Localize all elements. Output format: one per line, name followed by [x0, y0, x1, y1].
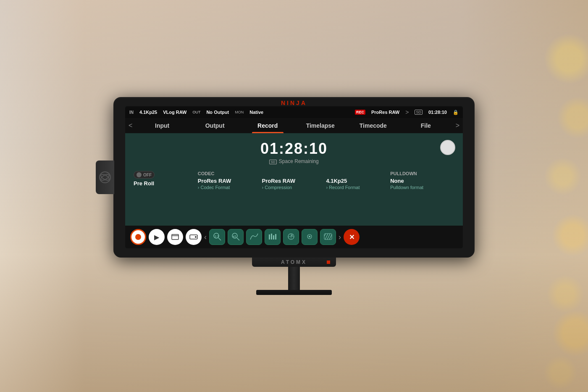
red-indicator: [327, 260, 330, 264]
svg-line-8: [237, 238, 239, 240]
toggle-text: OFF: [143, 173, 152, 177]
vectorscope-button[interactable]: [283, 229, 299, 245]
hdd-button[interactable]: [186, 229, 202, 245]
device-frame: NINJA IN 4.1Kp25 VLog RAW OUT No Output …: [113, 97, 475, 258]
waveform-button[interactable]: [265, 229, 281, 245]
close-icon: ✕: [349, 233, 354, 241]
format-value: VLog RAW: [163, 110, 186, 115]
sd-icon: SD: [269, 160, 276, 164]
settings-grid: OFF Pre Roll CODEC ProRes RAW › Codec Fo…: [134, 171, 454, 190]
compression-header-spacer: [262, 171, 326, 176]
histogram-icon: [249, 233, 259, 241]
record-format-value: 4.1Kp25: [326, 178, 390, 184]
pre-roll-column: OFF Pre Roll: [134, 171, 198, 190]
rec-value: ProRes RAW: [371, 110, 399, 115]
nav-right-arrow[interactable]: >: [452, 122, 463, 129]
pre-roll-toggle[interactable]: OFF: [134, 171, 155, 179]
device-wrapper: NINJA IN 4.1Kp25 VLog RAW OUT No Output …: [113, 97, 475, 295]
codec-header: CODEC: [198, 171, 262, 176]
status-bar: IN 4.1Kp25 VLog RAW OUT No Output MON Na…: [125, 106, 463, 118]
toolbar-right-arrow[interactable]: ›: [339, 233, 341, 242]
in-value: 4.1Kp25: [139, 110, 157, 115]
compression-column: ProRes RAW › Compression: [262, 171, 326, 190]
svg-rect-10: [269, 234, 270, 239]
screen: IN 4.1Kp25 VLog RAW OUT No Output MON Na…: [125, 106, 463, 248]
codec-sublabel[interactable]: › Codec Format: [198, 185, 262, 190]
record-format-header-spacer: [326, 171, 390, 176]
svg-point-17: [291, 234, 293, 236]
zoom-x2-icon: x2: [231, 232, 240, 242]
time-value: 01:28:10: [134, 140, 454, 158]
rec-label: REC: [355, 110, 365, 115]
clip-button[interactable]: [167, 229, 183, 245]
svg-rect-12: [273, 235, 274, 239]
svg-point-3: [195, 236, 197, 238]
record-format-sublabel[interactable]: › Record Format: [326, 185, 390, 190]
pulldown-column: PULLDOWN None Pulldown format: [390, 171, 454, 190]
codec-column: CODEC ProRes RAW › Codec Format: [198, 171, 262, 190]
time-label: SD Space Remaining: [134, 158, 454, 164]
hdd-icon: [189, 234, 198, 240]
status-time: 01:28:10: [428, 110, 447, 115]
svg-text:x2: x2: [233, 235, 236, 238]
svg-text:1:1: 1:1: [215, 235, 219, 238]
pulldown-value: None: [390, 178, 454, 184]
status-arrow: >: [405, 109, 409, 116]
mount-pole: [288, 267, 300, 290]
close-button[interactable]: ✕: [344, 229, 360, 245]
svg-rect-0: [172, 234, 178, 239]
battery-icon: 🔒: [453, 110, 459, 115]
sd-card-icon: SD: [415, 110, 423, 115]
atomx-base: ATOMX: [252, 258, 336, 267]
nav-left-arrow[interactable]: <: [125, 122, 136, 129]
pulldown-sublabel[interactable]: Pulldown format: [390, 185, 454, 190]
focus-peaking-icon: [305, 233, 314, 241]
svg-rect-13: [275, 234, 276, 239]
mount-foot: [256, 290, 332, 295]
focus-peaking-button[interactable]: [302, 229, 318, 245]
svg-line-24: [329, 234, 332, 239]
svg-rect-11: [271, 234, 272, 239]
zoom-1to1-icon: 1:1: [213, 232, 222, 242]
bottom-toolbar: ▶ ‹: [125, 226, 463, 248]
toggle-dot: [136, 172, 142, 177]
atomx-label: ATOMX: [281, 259, 307, 265]
main-content: 01:28:10 SD Space Remaining OFF Pre: [125, 133, 463, 226]
tab-output[interactable]: Output: [189, 118, 242, 133]
codec-value: ProRes RAW: [198, 178, 262, 184]
tab-file[interactable]: File: [399, 118, 452, 133]
mon-value: Native: [249, 110, 263, 115]
left-handle: [96, 160, 114, 194]
pulldown-header: PULLDOWN: [390, 171, 454, 176]
toolbar-left-arrow[interactable]: ‹: [204, 233, 207, 242]
compression-value: ProRes RAW: [262, 178, 326, 184]
brand-label: NINJA: [281, 100, 307, 106]
zoom-x2-button[interactable]: x2: [228, 229, 244, 245]
tab-input[interactable]: Input: [136, 118, 189, 133]
record-indicator: [440, 140, 455, 155]
zoom-1to1-button[interactable]: 1:1: [209, 229, 225, 245]
compression-sublabel[interactable]: › Compression: [262, 185, 326, 190]
svg-line-5: [218, 238, 221, 240]
play-button[interactable]: ▶: [149, 229, 165, 245]
record-format-column: 4.1Kp25 › Record Format: [326, 171, 390, 190]
clip-icon: [171, 234, 179, 240]
mon-label: MON: [235, 110, 244, 114]
time-display: 01:28:10 SD Space Remaining: [134, 140, 454, 164]
tab-timecode[interactable]: Timecode: [347, 118, 400, 133]
atom-logo-icon: [99, 171, 111, 183]
waveform-icon: [268, 233, 277, 241]
tab-record[interactable]: Record: [241, 118, 294, 133]
record-dot: [135, 234, 141, 240]
svg-point-19: [309, 236, 310, 237]
zebra-icon: [323, 233, 333, 241]
histogram-button[interactable]: [246, 229, 262, 245]
nav-tabs: < Input Output Record Timelapse Timecode: [125, 118, 463, 133]
tab-timelapse[interactable]: Timelapse: [294, 118, 347, 133]
out-label: OUT: [192, 110, 200, 114]
zebra-button[interactable]: [320, 229, 336, 245]
in-label: IN: [129, 110, 134, 115]
pre-roll-label: Pre Roll: [134, 180, 154, 187]
vectorscope-icon: [286, 233, 296, 241]
record-button[interactable]: [130, 229, 146, 245]
